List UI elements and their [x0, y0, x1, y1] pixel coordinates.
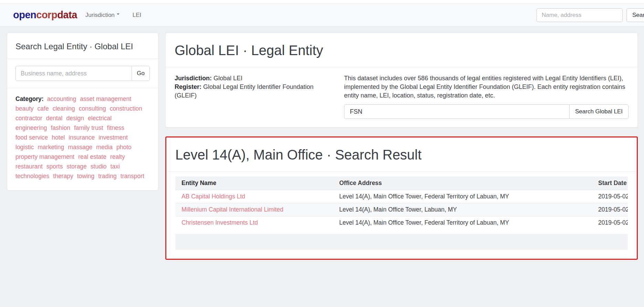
office-address-cell: Level 14(A), Main Office Tower, Federal … [339, 219, 598, 226]
entity-link[interactable]: Christensen Investments Ltd [181, 219, 258, 226]
table-row: AB Capital Holdings Ltd Level 14(A), Mai… [175, 190, 628, 203]
logo-part-data: data [57, 9, 77, 20]
category-link[interactable]: trading [98, 172, 117, 181]
office-address-cell: Level 14(A), Main Office Tower, Labuan, … [339, 206, 598, 213]
sidebar-search: Go [7, 59, 158, 88]
category-link[interactable]: hotel [52, 133, 65, 142]
jurisdiction-info: Jurisdiction: Global LEI Register: Globa… [175, 74, 330, 119]
search-global-lei-button[interactable]: Search Global LEI [569, 104, 629, 119]
start-date-cell: 2019-05-02 [598, 193, 628, 200]
lei-search-group: Search Global LEI [344, 104, 629, 119]
entity-link[interactable]: AB Capital Holdings Ltd [181, 193, 245, 200]
table-header-row: Entity Name Office Address Start Date [175, 176, 628, 190]
sidebar-go-button[interactable]: Go [132, 66, 150, 81]
category-link[interactable]: taxi [111, 162, 120, 171]
logo-part-open: open [13, 9, 36, 20]
category-link[interactable]: engineering [15, 123, 47, 132]
dataset-description-col: This dataset includes over 586 thousands… [344, 74, 629, 119]
category-link[interactable]: sports [46, 162, 63, 171]
category-link[interactable]: contractor [15, 114, 42, 123]
nav-search-button[interactable]: Search [626, 8, 644, 22]
category-link[interactable]: asset management [80, 94, 131, 103]
logo[interactable]: opencorpdata [13, 9, 77, 21]
search-results-panel: Level 14(A), Main Office · Search Result… [165, 136, 638, 260]
category-link[interactable]: accounting [47, 94, 76, 103]
caret-down-icon [117, 13, 120, 16]
category-link[interactable]: storage [66, 162, 86, 171]
category-link[interactable]: food service [15, 133, 48, 142]
entity-panel-title: Global LEI · Legal Entity [175, 42, 629, 59]
jurisdiction-value: Global LEI [214, 75, 242, 82]
category-link[interactable]: towing [77, 172, 95, 181]
register-row: Register: Global Legal Entity Identifier… [175, 83, 330, 100]
column-header-office-address: Office Address [339, 180, 598, 187]
category-label: Category: [15, 95, 44, 102]
category-link[interactable]: studio [91, 162, 107, 171]
column-header-entity-name: Entity Name [175, 180, 339, 187]
category-link[interactable]: real estate [78, 152, 106, 161]
category-link[interactable]: insurance [69, 133, 95, 142]
category-link[interactable]: transport [121, 172, 144, 181]
table-row: Christensen Investments Ltd Level 14(A),… [175, 216, 628, 229]
results-title: Level 14(A), Main Office · Search Result [175, 146, 628, 163]
sidebar-title: Search Legal Entity · Global LEI [15, 41, 150, 52]
results-header: Level 14(A), Main Office · Search Result [166, 137, 637, 172]
sidebar-panel: Search Legal Entity · Global LEI Go Cate… [7, 33, 158, 191]
category-link[interactable]: cleaning [53, 104, 75, 113]
entity-panel-header: Global LEI · Legal Entity [166, 33, 637, 67]
category-link[interactable]: marketing [38, 143, 64, 152]
logo-part-corp: corp [36, 9, 57, 20]
sidebar-header: Search Legal Entity · Global LEI [7, 33, 158, 59]
office-address-cell: Level 14(A), Main Office Tower, Federal … [339, 193, 598, 200]
category-link[interactable]: media [96, 143, 113, 152]
category-link[interactable]: technologies [15, 172, 49, 181]
category-link[interactable]: realty [110, 152, 125, 161]
lei-search-input[interactable] [344, 104, 569, 119]
table-body: AB Capital Holdings Ltd Level 14(A), Mai… [175, 190, 628, 229]
entity-panel-body: Jurisdiction: Global LEI Register: Globa… [166, 67, 637, 127]
entity-link[interactable]: Millenium Capital International Limited [181, 206, 283, 213]
register-label: Register: [175, 83, 201, 90]
category-link[interactable]: family trust [74, 123, 103, 132]
category-link[interactable]: investment [98, 133, 128, 142]
nav-item-jurisdiction[interactable]: Jurisdiction [85, 12, 120, 19]
category-link[interactable]: restaurant [15, 162, 43, 171]
jurisdiction-label: Jurisdiction: [175, 75, 212, 82]
category-link[interactable]: therapy [53, 172, 73, 181]
nav-item-jurisdiction-label: Jurisdiction [85, 12, 115, 18]
category-link[interactable]: massage [68, 143, 92, 152]
table-footer-band [175, 234, 628, 250]
category-link[interactable]: dental [46, 114, 63, 123]
jurisdiction-row: Jurisdiction: Global LEI [175, 74, 330, 83]
category-link[interactable]: photo [116, 143, 132, 152]
table-row: Millenium Capital International Limited … [175, 203, 628, 216]
category-link[interactable]: property management [15, 152, 74, 161]
category-link[interactable]: beauty [15, 104, 34, 113]
category-link[interactable]: electrical [88, 114, 112, 123]
category-link[interactable]: construction [110, 104, 142, 113]
top-strip [0, 0, 644, 3]
nav-links: Jurisdiction LEI [85, 12, 142, 19]
column-header-start-date: Start Date [598, 180, 628, 187]
category-link[interactable]: design [66, 114, 84, 123]
category-link[interactable]: fashion [51, 123, 70, 132]
dataset-description: This dataset includes over 586 thousands… [344, 74, 629, 100]
results-body: Entity Name Office Address Start Date AB… [166, 172, 637, 259]
nav-search-input[interactable] [537, 8, 623, 22]
category-link[interactable]: consulting [79, 104, 106, 113]
category-list: Category:accountingasset managementbeaut… [7, 88, 158, 190]
nav-item-lei[interactable]: LEI [133, 12, 142, 19]
category-link[interactable]: logistic [15, 143, 34, 152]
category-link[interactable]: cafe [38, 104, 49, 113]
start-date-cell: 2019-05-02 [598, 219, 628, 226]
entity-panel: Global LEI · Legal Entity Jurisdiction: … [165, 33, 638, 127]
sidebar-search-input[interactable] [15, 66, 132, 81]
start-date-cell: 2019-05-02 [598, 206, 628, 213]
results-table: Entity Name Office Address Start Date AB… [175, 176, 628, 229]
category-link[interactable]: fitness [107, 123, 125, 132]
navbar: opencorpdata Jurisdiction LEI Search [0, 3, 644, 27]
